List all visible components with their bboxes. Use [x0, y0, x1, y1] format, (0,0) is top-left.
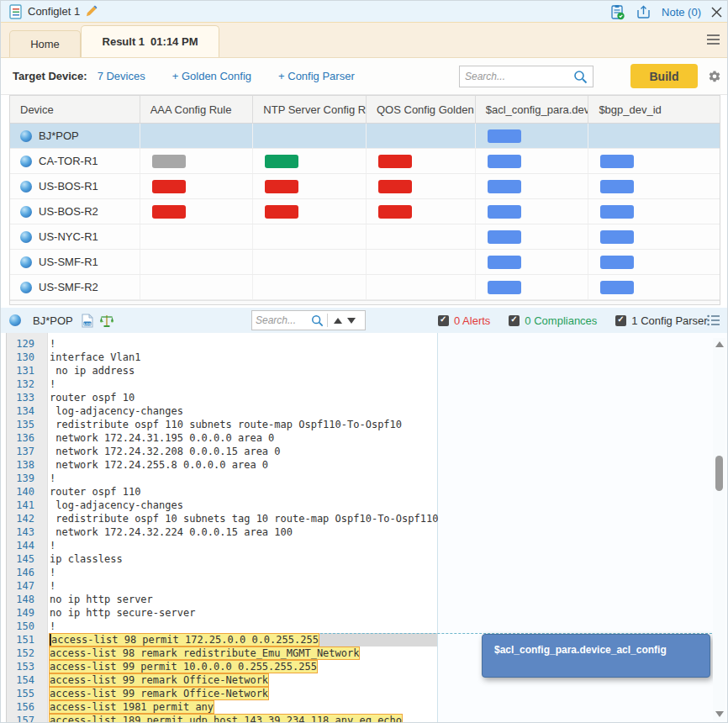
- device-status-bar[interactable]: [488, 281, 521, 294]
- column-header[interactable]: NTP Server Config R...: [253, 96, 367, 123]
- device-row[interactable]: US-SMF-R2: [10, 275, 720, 300]
- config-line[interactable]: 149no ip http secure-server: [1, 606, 437, 620]
- config-line[interactable]: 140router ospf 110: [1, 485, 437, 499]
- column-header[interactable]: QOS Config Golden ...: [367, 96, 476, 123]
- config-line[interactable]: 130interface Vlan1: [1, 351, 437, 364]
- config-line[interactable]: 144!: [1, 539, 437, 552]
- config-line[interactable]: 134 log-adjacency-changes: [1, 404, 437, 418]
- device-status-bar[interactable]: [600, 230, 634, 244]
- config-line[interactable]: 148no ip http server: [1, 593, 437, 606]
- device-status-bar[interactable]: [378, 155, 412, 168]
- status-cell: [253, 275, 367, 299]
- scrollbar-thumb[interactable]: [715, 456, 723, 491]
- config-search-input[interactable]: [256, 314, 311, 326]
- compare-scales-icon[interactable]: [100, 314, 113, 328]
- device-status-bar[interactable]: [488, 129, 521, 143]
- device-row[interactable]: US-SMF-R1: [10, 250, 720, 275]
- table-horizontal-scrollbar[interactable]: [10, 300, 720, 304]
- device-row[interactable]: US-BOS-R1: [10, 174, 720, 199]
- config-line[interactable]: 147!: [1, 579, 437, 593]
- view-options-icon[interactable]: [707, 314, 720, 330]
- checkbox-icon[interactable]: [615, 315, 626, 326]
- config-line[interactable]: 155access-list 99 remark Office-Network: [1, 687, 437, 700]
- config-line[interactable]: 138 network 172.24.255.8 0.0.0.0 area 0: [1, 458, 437, 472]
- note-button[interactable]: Note (0): [662, 6, 701, 18]
- device-status-bar[interactable]: [488, 180, 521, 193]
- filter-checkbox-item[interactable]: 0 Alerts: [438, 314, 490, 327]
- add-config-parser-link[interactable]: + Config Parser: [278, 70, 355, 82]
- config-line[interactable]: 142 redistribute ospf 10 subnets tag 10 …: [1, 512, 437, 525]
- config-line[interactable]: 141 log-adjacency-changes: [1, 499, 437, 512]
- scroll-up-icon[interactable]: [715, 341, 724, 347]
- edit-title-icon[interactable]: [85, 5, 98, 18]
- device-status-bar[interactable]: [378, 180, 412, 193]
- add-golden-config-link[interactable]: + Golden Config: [172, 70, 251, 82]
- find-previous-icon[interactable]: [331, 314, 345, 327]
- close-icon[interactable]: [711, 7, 722, 18]
- device-status-bar[interactable]: [600, 256, 634, 269]
- column-header[interactable]: AAA Config Rule: [140, 96, 254, 123]
- filter-checkbox-item[interactable]: 0 Compliances: [509, 314, 597, 327]
- log-file-icon[interactable]: LOG: [82, 314, 93, 328]
- device-status-bar[interactable]: [600, 155, 634, 168]
- device-row[interactable]: CA-TOR-R1: [10, 149, 720, 174]
- column-header[interactable]: Device: [10, 96, 140, 123]
- config-line[interactable]: 150!: [1, 620, 437, 633]
- config-line[interactable]: 143 network 172.24.32.224 0.0.0.15 area …: [1, 525, 437, 539]
- config-line[interactable]: 152access-list 98 remark redistribute_Em…: [1, 646, 437, 660]
- device-status-bar[interactable]: [378, 205, 412, 219]
- tab-menu-icon[interactable]: [706, 34, 720, 49]
- config-line[interactable]: 156access-list 1981 permit any: [1, 700, 437, 714]
- device-status-bar[interactable]: [600, 281, 634, 294]
- device-status-bar[interactable]: [488, 256, 521, 269]
- config-line[interactable]: 132!: [1, 377, 437, 391]
- target-devices-link[interactable]: 7 Devices: [98, 70, 145, 82]
- code-vertical-scrollbar[interactable]: [713, 338, 725, 720]
- pane-divider[interactable]: [437, 333, 438, 722]
- device-row[interactable]: US-BOS-R2: [10, 199, 720, 224]
- checkbox-icon[interactable]: [438, 315, 449, 326]
- tab-result[interactable]: Result 1 01:14 PM: [81, 25, 219, 57]
- device-status-bar[interactable]: [488, 205, 521, 219]
- device-status-bar[interactable]: [152, 205, 186, 219]
- config-line[interactable]: 151access-list 98 permit 172.25.0.0 0.0.…: [1, 633, 437, 646]
- settings-gear-icon[interactable]: [707, 69, 722, 87]
- compliance-report-icon[interactable]: [609, 4, 625, 20]
- checkbox-icon[interactable]: [509, 315, 520, 326]
- export-icon[interactable]: [636, 4, 652, 20]
- config-line[interactable]: 133router ospf 10: [1, 391, 437, 404]
- config-line[interactable]: 145ip classless: [1, 552, 437, 566]
- config-line[interactable]: 157access-list 189 permit udp host 143.3…: [1, 714, 437, 722]
- device-status-bar[interactable]: [265, 155, 298, 168]
- device-status-bar[interactable]: [488, 230, 521, 244]
- build-button[interactable]: Build: [630, 64, 698, 88]
- device-status-bar[interactable]: [265, 205, 298, 219]
- device-row[interactable]: US-NYC-R1: [10, 224, 720, 250]
- config-line[interactable]: 136 network 172.24.31.195 0.0.0.0 area 0: [1, 431, 437, 445]
- column-header[interactable]: $bgp_dev_id: [588, 96, 720, 123]
- search-icon[interactable]: [573, 70, 588, 84]
- config-line[interactable]: 154access-list 99 remark Office-Network: [1, 673, 437, 687]
- config-line[interactable]: 135 redistribute ospf 110 subnets route-…: [1, 418, 437, 431]
- config-line[interactable]: 146!: [1, 566, 437, 579]
- filter-checkbox-item[interactable]: 1 Config Parser: [615, 314, 707, 327]
- device-row[interactable]: BJ*POP: [10, 124, 720, 149]
- device-status-bar[interactable]: [265, 180, 298, 193]
- device-status-bar[interactable]: [488, 155, 521, 168]
- config-search-icon[interactable]: [311, 314, 324, 327]
- device-status-bar[interactable]: [600, 180, 634, 193]
- config-line[interactable]: 139!: [1, 472, 437, 485]
- column-header[interactable]: $acl_config_para.dev...: [476, 96, 589, 123]
- config-line[interactable]: 153access-list 99 permit 10.0.0.0 0.255.…: [1, 660, 437, 673]
- device-search-input[interactable]: [465, 71, 573, 82]
- line-text: log-adjacency-changes: [43, 499, 183, 512]
- device-status-bar[interactable]: [152, 180, 186, 193]
- tab-home[interactable]: Home: [9, 30, 81, 57]
- scroll-down-icon[interactable]: [715, 711, 724, 717]
- device-status-bar[interactable]: [600, 205, 634, 219]
- device-status-bar[interactable]: [152, 155, 186, 168]
- config-line[interactable]: 137 network 172.24.32.208 0.0.0.15 area …: [1, 445, 437, 458]
- config-line[interactable]: 129!: [1, 337, 437, 351]
- find-next-icon[interactable]: [345, 314, 358, 327]
- config-line[interactable]: 131 no ip address: [1, 364, 437, 377]
